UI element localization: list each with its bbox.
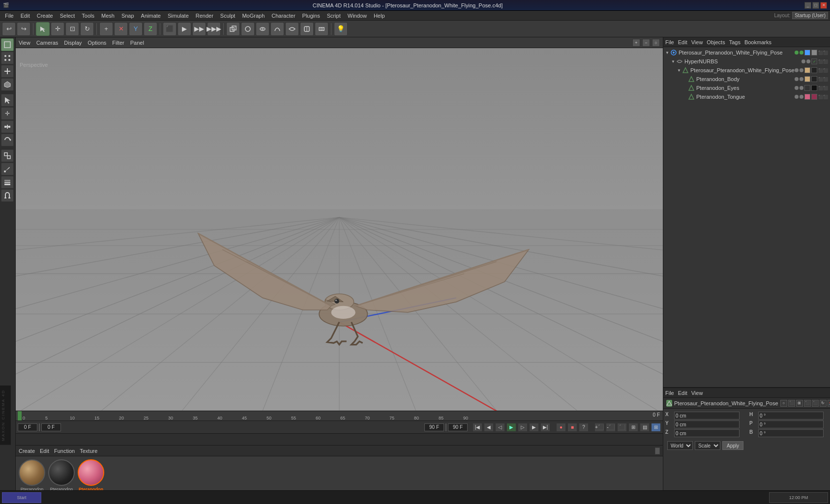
om-item-eyes[interactable]: ▷ Pteranodon_Eyes ⬛⬛ xyxy=(664,84,829,92)
paint-button[interactable] xyxy=(1,163,14,175)
minimize-button[interactable]: _ xyxy=(804,2,811,9)
om-check-nurbs[interactable]: ✓ xyxy=(811,58,817,64)
cube-button[interactable] xyxy=(226,22,240,36)
om-color2-tongue[interactable] xyxy=(811,94,817,100)
live-select-button[interactable] xyxy=(1,94,14,107)
cross-button[interactable]: ✕ xyxy=(114,22,128,36)
om-item-nurbs[interactable]: ▼ HyperNURBS ✓ ⬛⬛ xyxy=(664,57,829,66)
am-refresh-button[interactable]: ↻ xyxy=(820,400,827,407)
object-mode-button[interactable] xyxy=(1,38,14,51)
viewport[interactable]: View Cameras Display Options Filter Pane… xyxy=(16,37,663,411)
anim-end-button[interactable]: ▶▶▶ xyxy=(207,22,221,36)
om-color-root[interactable] xyxy=(804,50,810,56)
material-menu-function[interactable]: Function xyxy=(54,448,75,454)
viewport-menu-cameras[interactable]: Cameras xyxy=(36,40,59,46)
om-color2-root[interactable] xyxy=(811,50,817,56)
stop-button[interactable]: ■ xyxy=(567,423,577,432)
scale-tool-button[interactable]: ⊡ xyxy=(65,22,79,36)
om-visibility-body[interactable] xyxy=(795,77,799,81)
am-pin-button[interactable]: 📌 xyxy=(828,400,830,407)
keyframe-button[interactable]: ⬛ xyxy=(163,22,177,36)
keyframe-type-button[interactable]: ⬛ xyxy=(617,423,627,432)
deformer-button[interactable] xyxy=(300,22,314,36)
om-color-pteranodon[interactable] xyxy=(804,67,810,73)
sphere-button[interactable] xyxy=(241,22,255,36)
scale-select[interactable]: Scale xyxy=(695,441,720,450)
end-frame-field-right[interactable] xyxy=(448,423,468,431)
menu-help[interactable]: Help xyxy=(371,12,388,20)
add-object-button[interactable]: + xyxy=(99,22,113,36)
move-button[interactable]: ✛ xyxy=(1,107,14,120)
record-button[interactable]: ● xyxy=(556,423,566,432)
menu-window[interactable]: Window xyxy=(345,12,370,20)
om-color2-body[interactable] xyxy=(811,76,817,82)
menu-edit[interactable]: Edit xyxy=(18,12,33,20)
edges-mode-button[interactable] xyxy=(1,65,14,78)
material-menu-texture[interactable]: Texture xyxy=(80,448,97,454)
am-menu-file[interactable]: File xyxy=(665,390,674,396)
om-render-pteranodon[interactable] xyxy=(800,68,803,72)
om-menu-file[interactable]: File xyxy=(665,39,674,45)
anim-step-button[interactable]: ▶▶ xyxy=(192,22,206,36)
menu-file[interactable]: File xyxy=(2,12,17,20)
om-menu-objects[interactable]: Objects xyxy=(707,39,725,45)
anim-play-button[interactable]: ▶ xyxy=(178,22,191,36)
move-tool-button[interactable]: ✛ xyxy=(51,22,64,36)
layer-button[interactable] xyxy=(1,176,14,189)
om-color2-pteranodon[interactable] xyxy=(811,67,817,73)
x-pos-field[interactable] xyxy=(674,412,740,420)
om-item-root[interactable]: ▼ Pterosaur_Pteranodon_White_Flying_Pose… xyxy=(664,48,829,57)
viewport-menu-filter[interactable]: Filter xyxy=(112,40,124,46)
taskbar-start[interactable]: Start xyxy=(2,492,41,503)
keyframe-remove-button[interactable]: -⬛ xyxy=(606,423,616,432)
am-extra-button[interactable]: ⬛ xyxy=(804,400,811,407)
y-pos-field[interactable] xyxy=(674,420,740,428)
menu-simulate[interactable]: Simulate xyxy=(165,12,192,20)
maximize-button[interactable]: □ xyxy=(812,2,819,9)
play-button[interactable]: ▶ xyxy=(506,423,516,432)
points-mode-button[interactable] xyxy=(1,52,14,64)
timeline-ruler[interactable]: 0 5 10 15 20 25 30 35 40 45 50 55 60 65 … xyxy=(16,411,663,421)
scale-button[interactable] xyxy=(1,120,14,133)
material-swatch-2[interactable]: Pteranodon xyxy=(48,459,75,492)
menu-script[interactable]: Script xyxy=(324,12,344,20)
menu-tools[interactable]: Tools xyxy=(79,12,97,20)
om-render-nurbs[interactable] xyxy=(806,59,810,63)
am-options-button[interactable]: ⊞ xyxy=(796,400,803,407)
om-render-tongue[interactable] xyxy=(800,95,803,99)
om-visibility-eyes[interactable] xyxy=(795,86,799,90)
om-item-tongue[interactable]: ▷ Pteranodon_Tongue ⬛⬛ xyxy=(664,92,829,101)
om-render-eyes[interactable] xyxy=(800,86,803,90)
material-menu-create[interactable]: Create xyxy=(19,448,35,454)
next-frame-button[interactable]: ▶ xyxy=(529,423,539,432)
close-button[interactable]: ✕ xyxy=(820,2,827,9)
z-pos-field[interactable] xyxy=(674,429,740,437)
apply-button[interactable]: Apply xyxy=(722,441,743,450)
am-vis-button[interactable]: ○ xyxy=(780,400,787,407)
polygons-mode-button[interactable] xyxy=(1,78,14,91)
viewport-menu-panel[interactable]: Panel xyxy=(130,40,144,46)
om-render-body[interactable] xyxy=(800,77,803,81)
y-button[interactable]: Y xyxy=(129,22,143,36)
menu-sculpt[interactable]: Sculpt xyxy=(217,12,238,20)
menu-render[interactable]: Render xyxy=(193,12,216,20)
anim-extra-button[interactable]: ⊞ xyxy=(651,423,661,432)
menu-snap[interactable]: Snap xyxy=(119,12,137,20)
anim-mode-button[interactable]: ▤ xyxy=(640,423,650,432)
viewport-menu-display[interactable]: Display xyxy=(64,40,82,46)
om-visibility-root[interactable] xyxy=(795,51,799,55)
om-menu-view[interactable]: View xyxy=(691,39,703,45)
am-extra2-button[interactable]: ⬛ xyxy=(812,400,819,407)
current-frame-field[interactable] xyxy=(18,423,37,431)
select-tool-button[interactable] xyxy=(36,22,50,36)
rotate-button[interactable] xyxy=(1,134,14,146)
nurbs-button[interactable] xyxy=(285,22,299,36)
end-frame-field-left[interactable] xyxy=(424,423,444,431)
om-menu-edit[interactable]: Edit xyxy=(678,39,687,45)
next-key-button[interactable]: ▷ xyxy=(518,423,528,432)
material-menu-edit[interactable]: Edit xyxy=(40,448,49,454)
material-scrollbar[interactable] xyxy=(655,448,660,454)
menu-character[interactable]: Character xyxy=(268,12,298,20)
om-visibility-tongue[interactable] xyxy=(795,95,799,99)
b-field[interactable] xyxy=(758,429,824,437)
